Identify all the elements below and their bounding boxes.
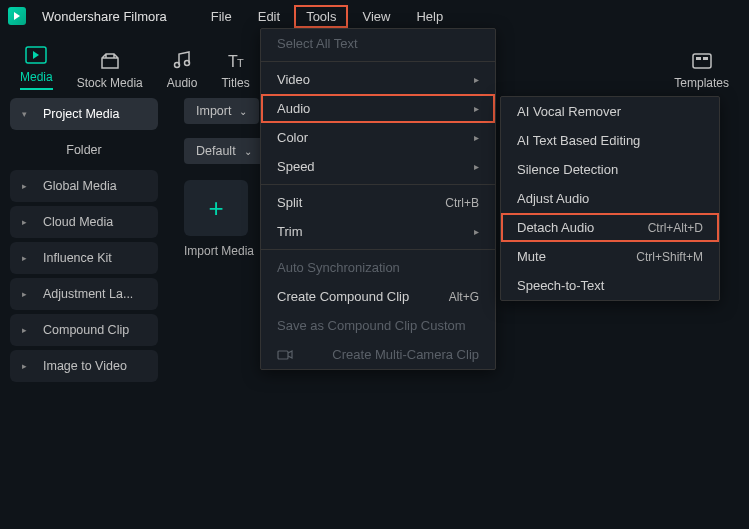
media-icon	[25, 44, 47, 66]
tab-media-label: Media	[20, 70, 53, 84]
chevron-right-icon: ▸	[474, 161, 479, 172]
menu-ai-vocal-remover[interactable]: AI Vocal Remover	[501, 97, 719, 126]
svg-point-2	[185, 61, 190, 66]
import-label: Import	[196, 104, 231, 118]
app-logo	[8, 7, 26, 25]
menu-trim[interactable]: Trim▸	[261, 217, 495, 246]
tools-dropdown: Select All Text Video▸ Audio▸ Color▸ Spe…	[260, 28, 496, 370]
menu-create-compound[interactable]: Create Compound ClipAlt+G	[261, 282, 495, 311]
camera-icon	[277, 349, 293, 361]
sidebar-label: Influence Kit	[43, 251, 112, 265]
plus-icon: +	[208, 193, 223, 224]
stock-icon	[99, 50, 121, 72]
sidebar-item-global-media[interactable]: ▸Global Media	[10, 170, 158, 202]
chevron-down-icon: ⌄	[244, 146, 252, 157]
sidebar-label: Folder	[66, 143, 101, 157]
svg-point-1	[175, 63, 180, 68]
menu-audio[interactable]: Audio▸	[261, 94, 495, 123]
chevron-down-icon: ▾	[22, 109, 27, 119]
default-label: Default	[196, 144, 236, 158]
sidebar-label: Global Media	[43, 179, 117, 193]
svg-rect-7	[703, 57, 708, 60]
tab-audio-label: Audio	[167, 76, 198, 90]
menu-auto-sync[interactable]: Auto Synchronization	[261, 253, 495, 282]
sidebar-item-compound-clip[interactable]: ▸Compound Clip	[10, 314, 158, 346]
chevron-right-icon: ▸	[22, 217, 27, 227]
sidebar-label: Compound Clip	[43, 323, 129, 337]
app-title: Wondershare Filmora	[42, 9, 167, 24]
menu-separator	[261, 61, 495, 62]
chevron-right-icon: ▸	[474, 226, 479, 237]
sidebar-label: Image to Video	[43, 359, 127, 373]
menu-view[interactable]: View	[350, 5, 402, 28]
menu-color[interactable]: Color▸	[261, 123, 495, 152]
tab-stock-label: Stock Media	[77, 76, 143, 90]
chevron-right-icon: ▸	[22, 361, 27, 371]
menu-detach-audio[interactable]: Detach AudioCtrl+Alt+D	[501, 213, 719, 242]
menu-speed[interactable]: Speed▸	[261, 152, 495, 181]
tab-stock-media[interactable]: Stock Media	[77, 50, 143, 90]
tab-titles-label: Titles	[221, 76, 249, 90]
menu-speech-to-text[interactable]: Speech-to-Text	[501, 271, 719, 300]
sidebar-label: Cloud Media	[43, 215, 113, 229]
chevron-right-icon: ▸	[22, 325, 27, 335]
chevron-right-icon: ▸	[474, 74, 479, 85]
menu-split[interactable]: SplitCtrl+B	[261, 188, 495, 217]
menu-video[interactable]: Video▸	[261, 65, 495, 94]
chevron-down-icon: ⌄	[239, 106, 247, 117]
menu-silence-detection[interactable]: Silence Detection	[501, 155, 719, 184]
sidebar-item-project-media[interactable]: ▾Project Media	[10, 98, 158, 130]
menu-separator	[261, 249, 495, 250]
titles-icon: TT	[225, 50, 247, 72]
svg-rect-5	[693, 54, 711, 68]
import-dropdown[interactable]: Import⌄	[184, 98, 259, 124]
svg-text:T: T	[237, 57, 244, 69]
tab-audio[interactable]: Audio	[167, 50, 198, 90]
menu-ai-text-editing[interactable]: AI Text Based Editing	[501, 126, 719, 155]
tab-titles[interactable]: TT Titles	[221, 50, 249, 90]
import-media-button[interactable]: +	[184, 180, 248, 236]
menu-tools[interactable]: Tools	[294, 5, 348, 28]
sidebar-label: Project Media	[43, 107, 119, 121]
menu-edit[interactable]: Edit	[246, 5, 292, 28]
sidebar-label: Adjustment La...	[43, 287, 133, 301]
audio-submenu: AI Vocal Remover AI Text Based Editing S…	[500, 96, 720, 301]
menu-separator	[261, 184, 495, 185]
tab-templates-label: Templates	[674, 76, 729, 90]
templates-icon	[691, 50, 713, 72]
sidebar-item-image-to-video[interactable]: ▸Image to Video	[10, 350, 158, 382]
default-dropdown[interactable]: Default⌄	[184, 138, 264, 164]
chevron-right-icon: ▸	[474, 132, 479, 143]
svg-rect-8	[278, 351, 288, 359]
menubar: File Edit Tools View Help	[199, 5, 455, 28]
tab-media[interactable]: Media	[20, 44, 53, 90]
chevron-right-icon: ▸	[22, 181, 27, 191]
menu-adjust-audio[interactable]: Adjust Audio	[501, 184, 719, 213]
audio-icon	[171, 50, 193, 72]
chevron-right-icon: ▸	[22, 289, 27, 299]
chevron-right-icon: ▸	[22, 253, 27, 263]
menu-file[interactable]: File	[199, 5, 244, 28]
svg-rect-6	[696, 57, 701, 60]
sidebar-item-adjustment-layer[interactable]: ▸Adjustment La...	[10, 278, 158, 310]
menu-save-compound[interactable]: Save as Compound Clip Custom	[261, 311, 495, 340]
menu-mute[interactable]: MuteCtrl+Shift+M	[501, 242, 719, 271]
sidebar: ▾Project Media Folder ▸Global Media ▸Clo…	[0, 90, 168, 529]
sidebar-item-cloud-media[interactable]: ▸Cloud Media	[10, 206, 158, 238]
menu-select-all-text[interactable]: Select All Text	[261, 29, 495, 58]
menu-multi-camera[interactable]: Create Multi-Camera Clip	[261, 340, 495, 369]
chevron-right-icon: ▸	[474, 103, 479, 114]
sidebar-item-folder[interactable]: Folder	[10, 134, 158, 166]
sidebar-item-influence-kit[interactable]: ▸Influence Kit	[10, 242, 158, 274]
tab-templates[interactable]: Templates	[674, 50, 729, 90]
menu-help[interactable]: Help	[404, 5, 455, 28]
